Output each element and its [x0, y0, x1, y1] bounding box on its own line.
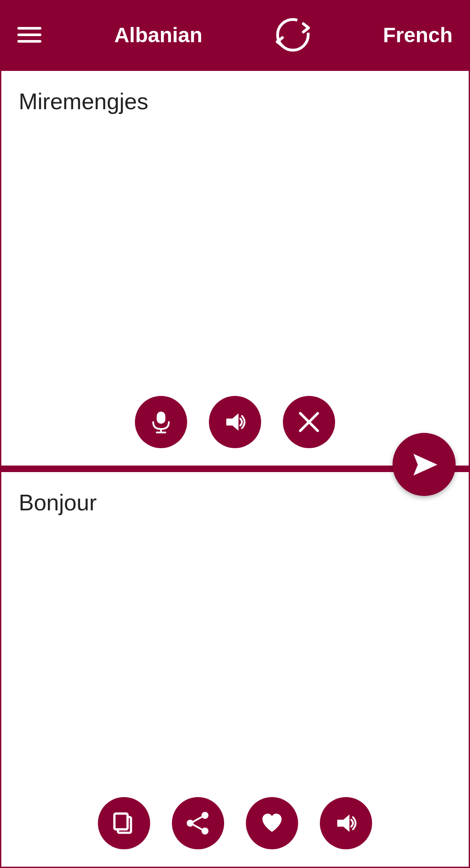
target-panel: Bonjour — [0, 471, 470, 868]
svg-point-12 — [201, 812, 208, 819]
svg-line-15 — [194, 817, 201, 821]
main-content: Miremengjes — [0, 70, 470, 868]
favorite-button[interactable] — [246, 797, 298, 849]
menu-button[interactable] — [17, 27, 44, 43]
svg-marker-4 — [226, 413, 238, 431]
svg-marker-17 — [337, 814, 349, 832]
source-language[interactable]: Albanian — [114, 23, 202, 47]
clear-button[interactable] — [283, 396, 335, 448]
svg-rect-1 — [157, 412, 165, 424]
svg-point-13 — [201, 828, 208, 834]
target-language[interactable]: French — [383, 23, 453, 47]
svg-point-14 — [187, 820, 194, 827]
svg-rect-10 — [114, 814, 128, 829]
svg-marker-7 — [413, 454, 437, 476]
share-button[interactable] — [172, 797, 224, 849]
microphone-button[interactable] — [135, 396, 187, 448]
source-panel: Miremengjes — [0, 70, 470, 467]
swap-languages-button[interactable] — [273, 15, 312, 54]
listen-source-button[interactable] — [209, 396, 261, 448]
svg-line-16 — [194, 825, 201, 829]
source-actions — [1, 396, 469, 448]
listen-translation-button[interactable] — [320, 797, 372, 849]
target-actions — [1, 797, 469, 849]
header: Albanian French — [0, 0, 470, 70]
translate-button[interactable] — [393, 433, 456, 496]
copy-button[interactable] — [98, 797, 150, 849]
